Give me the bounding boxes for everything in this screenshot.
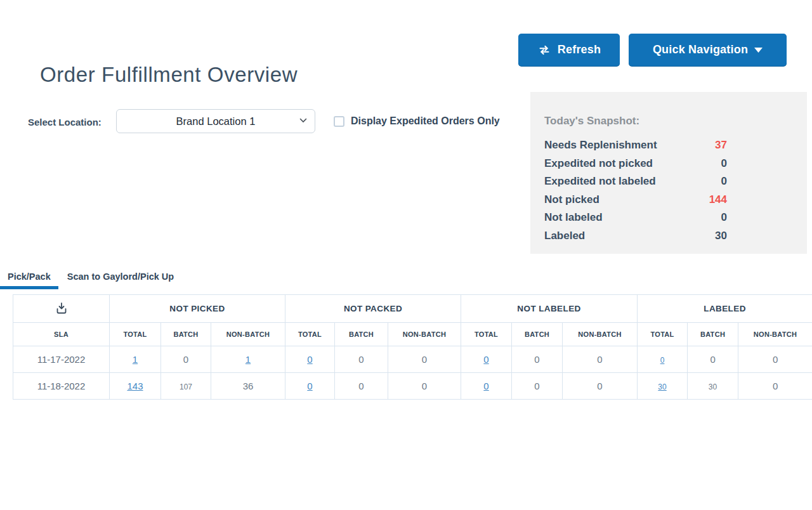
cell-link[interactable]: 0 bbox=[307, 354, 312, 365]
cell-value: 0 bbox=[534, 381, 539, 391]
cell-value: 0 bbox=[597, 354, 602, 365]
snapshot-label: Labeled bbox=[544, 227, 585, 245]
tab-bar: Pick/Pack Scan to Gaylord/Pick Up bbox=[0, 267, 812, 285]
group-header-not-picked: NOT PICKED bbox=[110, 295, 285, 323]
column-header: NON-BATCH bbox=[563, 323, 638, 346]
group-header-not-labeled: NOT LABELED bbox=[461, 295, 638, 323]
cell-value: 0 bbox=[422, 381, 427, 391]
cell-link[interactable]: 0 bbox=[483, 354, 488, 365]
snapshot-row: Not picked 144 bbox=[544, 191, 727, 209]
cell-value: 0 bbox=[773, 354, 778, 365]
snapshot-row: Labeled 30 bbox=[544, 227, 727, 245]
group-header-not-packed: NOT PACKED bbox=[285, 295, 461, 323]
snapshot-label: Not labeled bbox=[544, 209, 603, 227]
table-download-cell bbox=[13, 295, 110, 323]
snapshot-value: 30 bbox=[715, 227, 727, 245]
cell-value: 30 bbox=[709, 383, 717, 391]
column-header-sla: SLA bbox=[13, 323, 110, 346]
table-row: 11-17-2022 1 0 1 0 0 0 0 0 0 0 0 0 bbox=[13, 346, 812, 373]
todays-snapshot-panel: Today's Snapshot: Needs Replenishment 37… bbox=[530, 92, 807, 254]
cell-value: 0 bbox=[422, 354, 427, 365]
snapshot-value: 0 bbox=[721, 209, 727, 227]
page-title: Order Fulfillment Overview bbox=[40, 63, 298, 87]
cell-link[interactable]: 0 bbox=[483, 381, 488, 391]
column-header: BATCH bbox=[161, 323, 211, 346]
sla-table: NOT PICKED NOT PACKED NOT LABELED LABELE… bbox=[13, 294, 812, 400]
cell-value: 0 bbox=[773, 381, 778, 391]
snapshot-row: Expedited not labeled 0 bbox=[544, 173, 727, 191]
cell-link[interactable]: 0 bbox=[307, 381, 312, 391]
column-header: NON-BATCH bbox=[388, 323, 461, 346]
cell-link[interactable]: 143 bbox=[127, 381, 143, 391]
location-select[interactable]: Brand Location 1 bbox=[116, 109, 315, 133]
snapshot-label: Expedited not picked bbox=[544, 155, 653, 173]
sla-date: 11-17-2022 bbox=[13, 346, 110, 373]
refresh-icon bbox=[537, 43, 551, 57]
select-location-label: Select Location: bbox=[28, 117, 102, 128]
download-icon bbox=[53, 301, 70, 317]
snapshot-value: 37 bbox=[715, 136, 727, 155]
column-header: TOTAL bbox=[638, 323, 688, 346]
refresh-button-label: Refresh bbox=[558, 43, 601, 56]
cell-link[interactable]: 1 bbox=[246, 354, 251, 365]
column-header: TOTAL bbox=[110, 323, 161, 346]
cell-value: 0 bbox=[358, 381, 363, 391]
column-header: NON-BATCH bbox=[211, 323, 285, 346]
download-button[interactable] bbox=[49, 299, 74, 318]
snapshot-label: Expedited not labeled bbox=[544, 173, 656, 191]
table-row: 11-18-2022 143 107 36 0 0 0 0 0 0 30 30 … bbox=[13, 373, 812, 400]
snapshot-value: 0 bbox=[721, 173, 727, 191]
snapshot-row: Expedited not picked 0 bbox=[544, 155, 727, 173]
column-header: TOTAL bbox=[285, 323, 335, 346]
cell-link[interactable]: 0 bbox=[660, 356, 665, 365]
snapshot-value: 0 bbox=[721, 155, 727, 173]
expedited-only-checkbox[interactable] bbox=[334, 116, 344, 127]
column-header: BATCH bbox=[335, 323, 388, 346]
expedited-only-label: Display Expedited Orders Only bbox=[351, 115, 500, 127]
snapshot-label: Not picked bbox=[544, 191, 599, 209]
quick-navigation-button[interactable]: Quick Navigation bbox=[629, 34, 787, 66]
tab-scan-to-gaylord-pick-up[interactable]: Scan to Gaylord/Pick Up bbox=[67, 267, 174, 285]
snapshot-row: Not labeled 0 bbox=[544, 209, 727, 227]
cell-link[interactable]: 1 bbox=[133, 354, 138, 365]
sla-date: 11-18-2022 bbox=[13, 373, 110, 400]
cell-value: 0 bbox=[183, 354, 188, 365]
snapshot-value: 144 bbox=[709, 191, 727, 209]
cell-value: 0 bbox=[710, 354, 715, 365]
location-select-value: Brand Location 1 bbox=[176, 115, 256, 128]
cell-value: 107 bbox=[180, 383, 192, 391]
cell-value: 0 bbox=[358, 354, 363, 365]
column-header: BATCH bbox=[512, 323, 563, 346]
tab-pick-pack[interactable]: Pick/Pack bbox=[8, 267, 51, 285]
caret-down-icon bbox=[754, 48, 763, 53]
cell-value: 0 bbox=[534, 354, 539, 365]
snapshot-title: Today's Snapshot: bbox=[544, 115, 807, 128]
group-header-labeled: LABELED bbox=[638, 295, 812, 323]
column-header: NON-BATCH bbox=[738, 323, 812, 346]
cell-link[interactable]: 30 bbox=[658, 383, 666, 391]
snapshot-rows: Needs Replenishment 37 Expedited not pic… bbox=[544, 136, 727, 245]
refresh-button[interactable]: Refresh bbox=[518, 34, 620, 66]
column-header: TOTAL bbox=[461, 323, 512, 346]
snapshot-row: Needs Replenishment 37 bbox=[544, 136, 727, 155]
column-header: BATCH bbox=[688, 323, 738, 346]
chevron-down-icon bbox=[299, 118, 307, 123]
quick-navigation-label: Quick Navigation bbox=[653, 43, 748, 56]
order-fulfillment-page: Order Fulfillment Overview Refresh Quick… bbox=[0, 0, 812, 510]
snapshot-label: Needs Replenishment bbox=[544, 136, 657, 155]
cell-value: 0 bbox=[597, 381, 602, 391]
cell-value: 36 bbox=[243, 381, 254, 391]
